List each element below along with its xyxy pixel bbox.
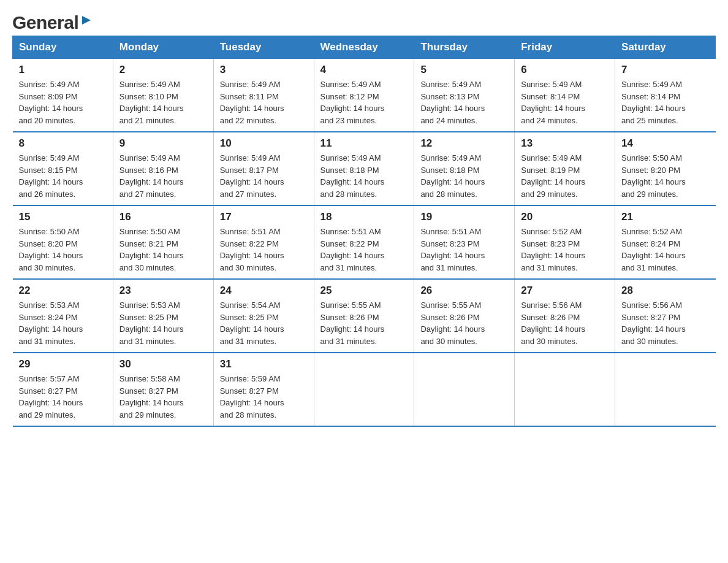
day-number: 22: [19, 285, 107, 297]
day-number: 20: [521, 211, 609, 223]
weekday-header-saturday: Saturday: [615, 36, 716, 59]
day-number: 31: [220, 358, 308, 370]
day-number: 8: [19, 137, 107, 150]
day-info: Sunrise: 5:49 AM Sunset: 8:13 PM Dayligh…: [420, 79, 508, 126]
calendar-cell: 23 Sunrise: 5:53 AM Sunset: 8:25 PM Dayl…: [113, 279, 213, 353]
logo-arrow-icon: [80, 13, 93, 29]
calendar-cell: 24 Sunrise: 5:54 AM Sunset: 8:25 PM Dayl…: [213, 279, 314, 353]
calendar-cell: [314, 353, 414, 426]
day-number: 9: [119, 137, 207, 150]
logo-general-text: General: [12, 12, 78, 33]
day-number: 3: [220, 64, 308, 76]
calendar-table: SundayMondayTuesdayWednesdayThursdayFrid…: [12, 36, 716, 427]
calendar-cell: 2 Sunrise: 5:49 AM Sunset: 8:10 PM Dayli…: [113, 59, 213, 132]
calendar-cell: 3 Sunrise: 5:49 AM Sunset: 8:11 PM Dayli…: [213, 59, 314, 132]
calendar-cell: 20 Sunrise: 5:52 AM Sunset: 8:23 PM Dayl…: [515, 205, 615, 279]
calendar-cell: 14 Sunrise: 5:50 AM Sunset: 8:20 PM Dayl…: [615, 132, 716, 205]
day-number: 26: [420, 285, 508, 297]
calendar-cell: 19 Sunrise: 5:51 AM Sunset: 8:23 PM Dayl…: [414, 205, 515, 279]
day-number: 30: [119, 358, 207, 370]
day-info: Sunrise: 5:54 AM Sunset: 8:25 PM Dayligh…: [220, 299, 308, 347]
logo: General: [12, 12, 93, 29]
day-info: Sunrise: 5:49 AM Sunset: 8:14 PM Dayligh…: [521, 79, 609, 126]
day-number: 2: [119, 64, 207, 76]
day-number: 7: [621, 64, 709, 76]
day-number: 24: [220, 285, 308, 297]
weekday-header-thursday: Thursday: [414, 36, 515, 59]
calendar-cell: 30 Sunrise: 5:58 AM Sunset: 8:27 PM Dayl…: [113, 353, 213, 426]
day-info: Sunrise: 5:53 AM Sunset: 8:25 PM Dayligh…: [119, 299, 207, 347]
day-number: 5: [420, 64, 508, 76]
calendar-cell: [414, 353, 515, 426]
day-info: Sunrise: 5:50 AM Sunset: 8:20 PM Dayligh…: [621, 152, 709, 200]
calendar-cell: [615, 353, 716, 426]
calendar-week-row: 1 Sunrise: 5:49 AM Sunset: 8:09 PM Dayli…: [13, 59, 716, 132]
calendar-cell: 10 Sunrise: 5:49 AM Sunset: 8:17 PM Dayl…: [213, 132, 314, 205]
page-header: General: [12, 12, 716, 29]
day-info: Sunrise: 5:51 AM Sunset: 8:22 PM Dayligh…: [320, 226, 408, 274]
day-number: 19: [420, 211, 508, 223]
day-number: 13: [521, 137, 609, 150]
day-info: Sunrise: 5:56 AM Sunset: 8:26 PM Dayligh…: [521, 299, 609, 347]
day-info: Sunrise: 5:51 AM Sunset: 8:22 PM Dayligh…: [220, 226, 308, 274]
weekday-header-sunday: Sunday: [13, 36, 113, 59]
weekday-header-tuesday: Tuesday: [213, 36, 314, 59]
calendar-cell: 31 Sunrise: 5:59 AM Sunset: 8:27 PM Dayl…: [213, 353, 314, 426]
calendar-cell: 11 Sunrise: 5:49 AM Sunset: 8:18 PM Dayl…: [314, 132, 414, 205]
calendar-week-row: 22 Sunrise: 5:53 AM Sunset: 8:24 PM Dayl…: [13, 279, 716, 353]
day-info: Sunrise: 5:53 AM Sunset: 8:24 PM Dayligh…: [19, 299, 107, 347]
day-number: 14: [621, 137, 709, 150]
day-number: 25: [320, 285, 408, 297]
day-info: Sunrise: 5:52 AM Sunset: 8:24 PM Dayligh…: [621, 226, 709, 274]
day-info: Sunrise: 5:49 AM Sunset: 8:12 PM Dayligh…: [320, 79, 408, 126]
calendar-cell: 18 Sunrise: 5:51 AM Sunset: 8:22 PM Dayl…: [314, 205, 414, 279]
weekday-header-row: SundayMondayTuesdayWednesdayThursdayFrid…: [13, 36, 716, 59]
day-info: Sunrise: 5:50 AM Sunset: 8:21 PM Dayligh…: [119, 226, 207, 274]
calendar-week-row: 8 Sunrise: 5:49 AM Sunset: 8:15 PM Dayli…: [13, 132, 716, 205]
calendar-cell: [515, 353, 615, 426]
day-number: 10: [220, 137, 308, 150]
calendar-cell: 5 Sunrise: 5:49 AM Sunset: 8:13 PM Dayli…: [414, 59, 515, 132]
day-number: 1: [19, 64, 107, 76]
day-number: 21: [621, 211, 709, 223]
day-info: Sunrise: 5:56 AM Sunset: 8:27 PM Dayligh…: [621, 299, 709, 347]
calendar-cell: 1 Sunrise: 5:49 AM Sunset: 8:09 PM Dayli…: [13, 59, 113, 132]
calendar-cell: 6 Sunrise: 5:49 AM Sunset: 8:14 PM Dayli…: [515, 59, 615, 132]
day-info: Sunrise: 5:50 AM Sunset: 8:20 PM Dayligh…: [19, 226, 107, 274]
day-number: 29: [19, 358, 107, 370]
day-info: Sunrise: 5:49 AM Sunset: 8:09 PM Dayligh…: [19, 79, 107, 126]
day-number: 28: [621, 285, 709, 297]
day-info: Sunrise: 5:49 AM Sunset: 8:19 PM Dayligh…: [521, 152, 609, 200]
day-info: Sunrise: 5:49 AM Sunset: 8:18 PM Dayligh…: [420, 152, 508, 200]
calendar-body: 1 Sunrise: 5:49 AM Sunset: 8:09 PM Dayli…: [13, 59, 716, 427]
calendar-cell: 17 Sunrise: 5:51 AM Sunset: 8:22 PM Dayl…: [213, 205, 314, 279]
day-number: 16: [119, 211, 207, 223]
calendar-cell: 26 Sunrise: 5:55 AM Sunset: 8:26 PM Dayl…: [414, 279, 515, 353]
day-info: Sunrise: 5:59 AM Sunset: 8:27 PM Dayligh…: [220, 373, 308, 421]
calendar-cell: 16 Sunrise: 5:50 AM Sunset: 8:21 PM Dayl…: [113, 205, 213, 279]
day-info: Sunrise: 5:52 AM Sunset: 8:23 PM Dayligh…: [521, 226, 609, 274]
day-info: Sunrise: 5:49 AM Sunset: 8:10 PM Dayligh…: [119, 79, 207, 126]
day-number: 6: [521, 64, 609, 76]
day-info: Sunrise: 5:57 AM Sunset: 8:27 PM Dayligh…: [19, 373, 107, 421]
day-info: Sunrise: 5:49 AM Sunset: 8:16 PM Dayligh…: [119, 152, 207, 200]
day-number: 18: [320, 211, 408, 223]
day-info: Sunrise: 5:49 AM Sunset: 8:15 PM Dayligh…: [19, 152, 107, 200]
calendar-cell: 15 Sunrise: 5:50 AM Sunset: 8:20 PM Dayl…: [13, 205, 113, 279]
calendar-cell: 13 Sunrise: 5:49 AM Sunset: 8:19 PM Dayl…: [515, 132, 615, 205]
weekday-header-wednesday: Wednesday: [314, 36, 414, 59]
day-info: Sunrise: 5:58 AM Sunset: 8:27 PM Dayligh…: [119, 373, 207, 421]
weekday-header-monday: Monday: [113, 36, 213, 59]
svg-marker-0: [82, 16, 91, 25]
weekday-header-friday: Friday: [515, 36, 615, 59]
day-number: 15: [19, 211, 107, 223]
calendar-cell: 8 Sunrise: 5:49 AM Sunset: 8:15 PM Dayli…: [13, 132, 113, 205]
calendar-cell: 7 Sunrise: 5:49 AM Sunset: 8:14 PM Dayli…: [615, 59, 716, 132]
calendar-cell: 9 Sunrise: 5:49 AM Sunset: 8:16 PM Dayli…: [113, 132, 213, 205]
calendar-cell: 4 Sunrise: 5:49 AM Sunset: 8:12 PM Dayli…: [314, 59, 414, 132]
day-info: Sunrise: 5:49 AM Sunset: 8:18 PM Dayligh…: [320, 152, 408, 200]
day-number: 23: [119, 285, 207, 297]
day-number: 17: [220, 211, 308, 223]
day-number: 27: [521, 285, 609, 297]
calendar-cell: 22 Sunrise: 5:53 AM Sunset: 8:24 PM Dayl…: [13, 279, 113, 353]
